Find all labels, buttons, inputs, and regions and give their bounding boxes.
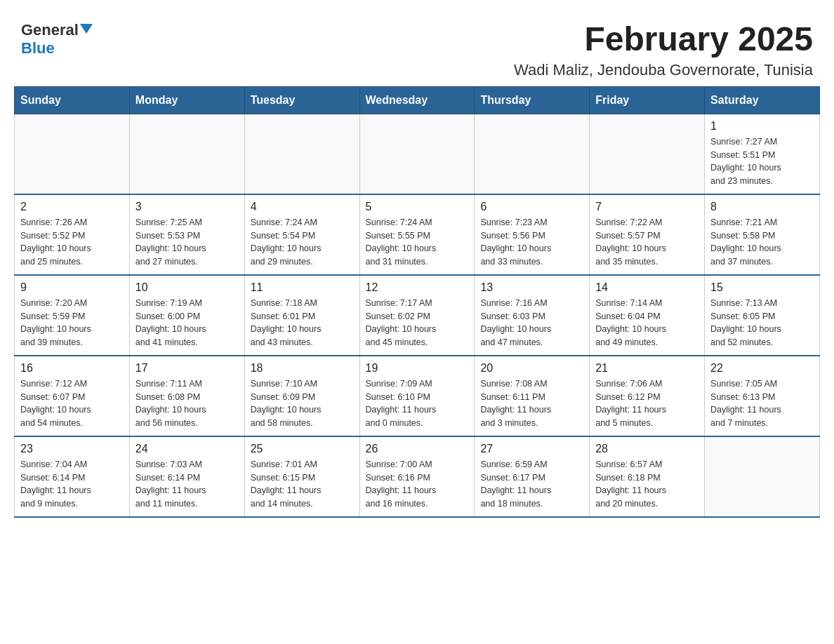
calendar-day-cell: 23Sunrise: 7:04 AMSunset: 6:14 PMDayligh…: [15, 436, 130, 517]
calendar-day-cell: 10Sunrise: 7:19 AMSunset: 6:00 PMDayligh…: [129, 275, 244, 356]
calendar-day-header: Sunday: [15, 86, 130, 114]
day-number: 27: [480, 443, 583, 455]
day-info: Sunrise: 7:03 AMSunset: 6:14 PMDaylight:…: [135, 458, 239, 511]
calendar-week-row: 16Sunrise: 7:12 AMSunset: 6:07 PMDayligh…: [15, 356, 820, 436]
day-info: Sunrise: 7:01 AMSunset: 6:15 PMDaylight:…: [251, 458, 354, 511]
calendar-day-cell: 24Sunrise: 7:03 AMSunset: 6:14 PMDayligh…: [129, 436, 244, 517]
calendar-day-cell: 12Sunrise: 7:17 AMSunset: 6:02 PMDayligh…: [359, 275, 475, 356]
page-header: General Blue February 2025 Wadi Maliz, J…: [14, 14, 820, 79]
calendar-day-cell: 5Sunrise: 7:24 AMSunset: 5:55 PMDaylight…: [359, 194, 475, 275]
day-info: Sunrise: 7:22 AMSunset: 5:57 PMDaylight:…: [595, 216, 699, 269]
logo-general-text: General: [21, 21, 79, 39]
calendar-day-cell: 28Sunrise: 6:57 AMSunset: 6:18 PMDayligh…: [590, 436, 705, 517]
calendar-week-row: 2Sunrise: 7:26 AMSunset: 5:52 PMDaylight…: [15, 194, 820, 275]
day-info: Sunrise: 7:16 AMSunset: 6:03 PMDaylight:…: [480, 297, 583, 349]
logo-triangle-icon: [80, 24, 93, 34]
day-info: Sunrise: 7:18 AMSunset: 6:01 PMDaylight:…: [251, 297, 354, 349]
calendar-day-cell: 2Sunrise: 7:26 AMSunset: 5:52 PMDaylight…: [15, 194, 130, 275]
day-number: 22: [710, 362, 814, 375]
day-info: Sunrise: 7:27 AMSunset: 5:51 PMDaylight:…: [710, 135, 814, 188]
day-info: Sunrise: 7:20 AMSunset: 5:59 PMDaylight:…: [20, 297, 124, 349]
calendar-day-cell: 26Sunrise: 7:00 AMSunset: 6:16 PMDayligh…: [359, 436, 475, 517]
calendar-header-row: SundayMondayTuesdayWednesdayThursdayFrid…: [15, 86, 820, 114]
day-number: 20: [480, 362, 583, 375]
day-number: 25: [251, 443, 354, 455]
day-info: Sunrise: 7:26 AMSunset: 5:52 PMDaylight:…: [20, 216, 124, 269]
calendar-week-row: 9Sunrise: 7:20 AMSunset: 5:59 PMDaylight…: [15, 275, 820, 356]
day-info: Sunrise: 7:11 AMSunset: 6:08 PMDaylight:…: [135, 377, 239, 430]
day-number: 12: [366, 281, 469, 294]
day-number: 21: [595, 362, 699, 375]
calendar-day-cell: 13Sunrise: 7:16 AMSunset: 6:03 PMDayligh…: [475, 275, 590, 356]
day-number: 15: [710, 281, 814, 294]
calendar-day-cell: [705, 436, 820, 517]
calendar-day-header: Thursday: [475, 86, 590, 114]
day-number: 26: [366, 443, 469, 455]
page-subtitle: Wadi Maliz, Jendouba Governorate, Tunisi…: [514, 61, 813, 79]
day-info: Sunrise: 7:25 AMSunset: 5:53 PMDaylight:…: [135, 216, 239, 269]
day-number: 23: [20, 443, 124, 455]
day-info: Sunrise: 7:24 AMSunset: 5:55 PMDaylight:…: [366, 216, 469, 269]
day-info: Sunrise: 7:17 AMSunset: 6:02 PMDaylight:…: [366, 297, 469, 349]
day-number: 6: [480, 201, 583, 213]
day-info: Sunrise: 7:06 AMSunset: 6:12 PMDaylight:…: [595, 377, 699, 430]
calendar-week-row: 1Sunrise: 7:27 AMSunset: 5:51 PMDaylight…: [15, 114, 820, 194]
day-number: 9: [20, 281, 124, 294]
calendar-day-cell: 14Sunrise: 7:14 AMSunset: 6:04 PMDayligh…: [590, 275, 705, 356]
day-number: 28: [595, 443, 699, 455]
day-number: 14: [595, 281, 699, 294]
day-info: Sunrise: 7:21 AMSunset: 5:58 PMDaylight:…: [710, 216, 814, 269]
calendar-day-cell: 9Sunrise: 7:20 AMSunset: 5:59 PMDaylight…: [15, 275, 130, 356]
day-info: Sunrise: 7:12 AMSunset: 6:07 PMDaylight:…: [20, 377, 124, 430]
day-info: Sunrise: 7:05 AMSunset: 6:13 PMDaylight:…: [710, 377, 814, 430]
calendar-day-cell: 21Sunrise: 7:06 AMSunset: 6:12 PMDayligh…: [590, 356, 705, 436]
day-number: 5: [366, 201, 469, 213]
calendar-day-cell: 18Sunrise: 7:10 AMSunset: 6:09 PMDayligh…: [244, 356, 359, 436]
day-info: Sunrise: 7:24 AMSunset: 5:54 PMDaylight:…: [251, 216, 354, 269]
page-title: February 2025: [514, 21, 813, 58]
calendar-day-cell: 22Sunrise: 7:05 AMSunset: 6:13 PMDayligh…: [705, 356, 820, 436]
calendar-day-cell: 11Sunrise: 7:18 AMSunset: 6:01 PMDayligh…: [244, 275, 359, 356]
calendar-day-cell: [359, 114, 475, 194]
day-info: Sunrise: 7:10 AMSunset: 6:09 PMDaylight:…: [251, 377, 354, 430]
calendar-day-header: Monday: [129, 86, 244, 114]
day-info: Sunrise: 7:19 AMSunset: 6:00 PMDaylight:…: [135, 297, 239, 349]
calendar-day-header: Saturday: [705, 86, 820, 114]
calendar-day-cell: 16Sunrise: 7:12 AMSunset: 6:07 PMDayligh…: [15, 356, 130, 436]
calendar-day-cell: 20Sunrise: 7:08 AMSunset: 6:11 PMDayligh…: [475, 356, 590, 436]
day-info: Sunrise: 7:00 AMSunset: 6:16 PMDaylight:…: [366, 458, 469, 511]
day-number: 24: [135, 443, 239, 455]
calendar-body: 1Sunrise: 7:27 AMSunset: 5:51 PMDaylight…: [15, 114, 820, 517]
calendar-day-cell: 25Sunrise: 7:01 AMSunset: 6:15 PMDayligh…: [244, 436, 359, 517]
calendar-day-header: Wednesday: [359, 86, 475, 114]
day-number: 18: [251, 362, 354, 375]
calendar-table: SundayMondayTuesdayWednesdayThursdayFrid…: [14, 86, 820, 518]
logo: General Blue: [21, 21, 93, 58]
day-info: Sunrise: 6:57 AMSunset: 6:18 PMDaylight:…: [595, 458, 699, 511]
calendar-day-cell: 7Sunrise: 7:22 AMSunset: 5:57 PMDaylight…: [590, 194, 705, 275]
calendar-week-row: 23Sunrise: 7:04 AMSunset: 6:14 PMDayligh…: [15, 436, 820, 517]
calendar-day-cell: 15Sunrise: 7:13 AMSunset: 6:05 PMDayligh…: [705, 275, 820, 356]
calendar-day-cell: [244, 114, 359, 194]
day-number: 1: [710, 120, 814, 133]
calendar-day-header: Friday: [590, 86, 705, 114]
title-block: February 2025 Wadi Maliz, Jendouba Gover…: [514, 21, 813, 79]
day-info: Sunrise: 7:04 AMSunset: 6:14 PMDaylight:…: [20, 458, 124, 511]
day-number: 2: [20, 201, 124, 213]
day-number: 8: [710, 201, 814, 213]
day-number: 3: [135, 201, 239, 213]
calendar-day-cell: [129, 114, 244, 194]
calendar-day-cell: 1Sunrise: 7:27 AMSunset: 5:51 PMDaylight…: [705, 114, 820, 194]
day-info: Sunrise: 7:14 AMSunset: 6:04 PMDaylight:…: [595, 297, 699, 349]
calendar-day-cell: 3Sunrise: 7:25 AMSunset: 5:53 PMDaylight…: [129, 194, 244, 275]
calendar-day-cell: [15, 114, 130, 194]
day-number: 11: [251, 281, 354, 294]
calendar-day-cell: [590, 114, 705, 194]
calendar-day-cell: 8Sunrise: 7:21 AMSunset: 5:58 PMDaylight…: [705, 194, 820, 275]
day-number: 13: [480, 281, 583, 294]
calendar-day-cell: 19Sunrise: 7:09 AMSunset: 6:10 PMDayligh…: [359, 356, 475, 436]
day-number: 10: [135, 281, 239, 294]
calendar-day-cell: 27Sunrise: 6:59 AMSunset: 6:17 PMDayligh…: [475, 436, 590, 517]
day-info: Sunrise: 7:13 AMSunset: 6:05 PMDaylight:…: [710, 297, 814, 349]
calendar-day-cell: 4Sunrise: 7:24 AMSunset: 5:54 PMDaylight…: [244, 194, 359, 275]
